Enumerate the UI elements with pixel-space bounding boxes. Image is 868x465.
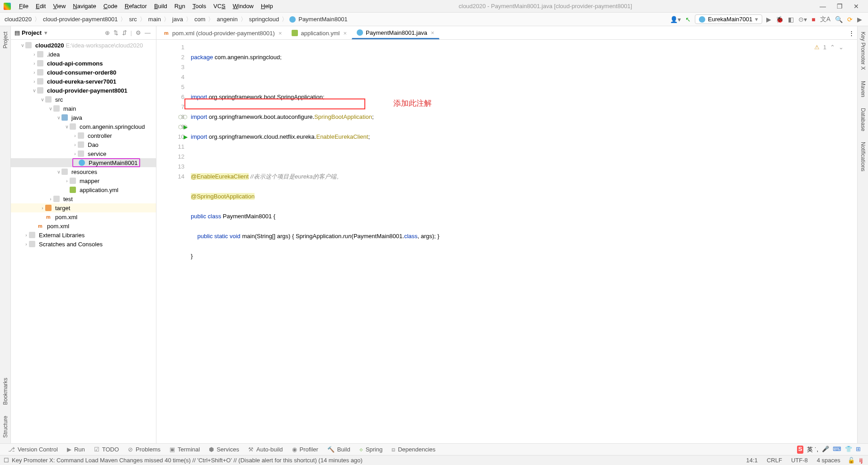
close-button[interactable]: ✕ <box>848 3 864 10</box>
menu-file[interactable]: File <box>15 2 32 10</box>
tab-yml[interactable]: application.yml× <box>287 27 352 39</box>
menu-run[interactable]: Run <box>171 2 189 10</box>
toolstrip-structure[interactable]: Structure <box>1 410 9 443</box>
grid-icon[interactable]: ⊞ <box>856 446 861 454</box>
tree-root[interactable]: v cloud2020 E:\idea-workspace\cloud2020 <box>11 41 156 50</box>
tree-item[interactable]: vmain <box>11 104 156 113</box>
tool-services[interactable]: ⬢Services <box>204 446 244 453</box>
tool-vcs[interactable]: ⎇Version Control <box>4 446 62 453</box>
tool-build[interactable]: 🔨Build <box>323 446 355 453</box>
tree-item[interactable]: ›controller <box>11 131 156 140</box>
toolstrip-maven[interactable]: Maven <box>859 75 867 103</box>
kbd-icon[interactable]: ⌨ <box>833 446 841 454</box>
tool-autobuild[interactable]: ⚒Auto-build <box>244 446 288 453</box>
menu-refactor[interactable]: Refactor <box>121 2 151 10</box>
caret-pos[interactable]: 14:1 <box>742 457 762 464</box>
tree-item[interactable]: ›cloud-api-commons <box>11 59 156 68</box>
ime-icon[interactable]: S <box>797 446 804 454</box>
tree-item[interactable]: ›Dao <box>11 140 156 149</box>
breadcrumb[interactable]: cloud2020〉 cloud-provider-payment8001〉 s… <box>4 15 349 23</box>
maximize-button[interactable]: ❐ <box>831 3 848 10</box>
toolstrip-database[interactable]: Database <box>859 103 867 136</box>
coverage-button[interactable]: ◧ <box>786 16 796 23</box>
stop-button[interactable]: ■ <box>809 16 817 23</box>
tree-item[interactable]: ›cloud-consumer-order80 <box>11 68 156 77</box>
locate-icon[interactable]: ⊕ <box>103 29 112 36</box>
menu-vcs[interactable]: VCS <box>210 2 229 10</box>
tree-item[interactable]: mpom.xml <box>11 221 156 230</box>
user-icon[interactable]: 👤▾ <box>668 16 683 23</box>
tool-spring[interactable]: ⟐Spring <box>355 446 387 453</box>
back-icon[interactable]: ↖ <box>683 16 693 23</box>
crumb-6[interactable]: angenin <box>216 16 238 23</box>
menu-navigate[interactable]: Navigate <box>69 2 99 10</box>
charset[interactable]: UTF-8 <box>787 457 812 464</box>
translate-icon[interactable]: 文A <box>818 15 833 23</box>
tree-item[interactable]: ›target <box>11 203 156 212</box>
lock-icon[interactable]: 🔓 <box>845 457 858 464</box>
tab-java[interactable]: PaymentMain8001.java× <box>352 27 439 39</box>
run-config-select[interactable]: EurekaMain7001 ▾ <box>695 14 762 24</box>
brand-icon[interactable]: ij <box>858 457 864 464</box>
crumb-0[interactable]: cloud2020 <box>4 16 33 23</box>
crumb-8[interactable]: PaymentMain8001 <box>297 16 348 23</box>
run2-icon[interactable]: ▶ <box>855 16 864 23</box>
code-content[interactable]: package com.angenin.springcloud; import … <box>189 40 857 443</box>
menu-code[interactable]: Code <box>100 2 121 10</box>
tree-item[interactable]: vjava <box>11 113 156 122</box>
tree-item[interactable]: ›mapper <box>11 176 156 185</box>
close-icon[interactable]: × <box>343 30 347 37</box>
crumb-1[interactable]: cloud-provider-payment8001 <box>42 16 118 23</box>
tab-more-icon[interactable]: ⋮ <box>846 27 857 39</box>
run-button[interactable]: ▶ <box>764 16 774 23</box>
crumb-3[interactable]: main <box>147 16 162 23</box>
profile-button[interactable]: ⊙▾ <box>796 16 809 23</box>
menu-edit[interactable]: Edit <box>32 2 49 10</box>
minimize-button[interactable]: — <box>814 3 831 10</box>
menu-window[interactable]: Window <box>229 2 257 10</box>
collapse-icon[interactable]: ⇵ <box>120 29 129 36</box>
tool-todo[interactable]: ☑TODO <box>90 446 123 453</box>
menu-help[interactable]: Help <box>257 2 277 10</box>
tree-item[interactable]: ›.idea <box>11 50 156 59</box>
tool-deps[interactable]: ⧈Dependencies <box>387 446 440 453</box>
tool-terminal[interactable]: ▣Terminal <box>165 446 204 453</box>
toolstrip-notifications[interactable]: Notifications <box>859 136 867 177</box>
expand-icon[interactable]: ⇅ <box>112 29 120 36</box>
settings-icon[interactable]: ⚙ <box>134 29 143 36</box>
mic-icon[interactable]: 🎤 <box>822 446 829 454</box>
tree-item[interactable]: vresources <box>11 167 156 176</box>
crumb-4[interactable]: java <box>171 16 184 23</box>
lang-badge[interactable]: 英 ˙, <box>807 446 818 454</box>
tree-item[interactable]: vsrc <box>11 95 156 104</box>
indent[interactable]: 4 spaces <box>812 457 845 464</box>
tab-pom[interactable]: mpom.xml (cloud-provider-payment8001)× <box>158 27 287 39</box>
tree-item[interactable]: PaymentMain8001 <box>11 158 156 167</box>
close-icon[interactable]: × <box>278 30 282 37</box>
menu-view[interactable]: View <box>49 2 69 10</box>
toolstrip-keypromoter[interactable]: Key Promoter X <box>859 26 867 75</box>
hide-icon[interactable]: — <box>143 29 152 36</box>
sync-icon[interactable]: ⟳ <box>845 16 855 23</box>
close-icon[interactable]: × <box>431 29 434 36</box>
toolstrip-project[interactable]: Project <box>1 26 9 54</box>
tree-item[interactable]: ›cloud-eureka-server7001 <box>11 77 156 86</box>
menu-tools[interactable]: Tools <box>189 2 210 10</box>
shirt-icon[interactable]: 👕 <box>845 446 852 454</box>
tool-run[interactable]: ▶Run <box>62 446 90 453</box>
tool-profiler[interactable]: ◉Profiler <box>288 446 323 453</box>
tree-item[interactable]: vcom.angenin.springcloud <box>11 122 156 131</box>
tree-item[interactable]: ›service <box>11 149 156 158</box>
tree-item[interactable]: ›test <box>11 194 156 203</box>
tree-item[interactable]: mpom.xml <box>11 212 156 221</box>
toolstrip-bookmarks[interactable]: Bookmarks <box>1 372 9 410</box>
tool-problems[interactable]: ⊘Problems <box>123 446 165 453</box>
code-area[interactable]: 1234567 891011121314 ⬡⬡ ▶ ⬡⬡ ▶ package c… <box>156 40 857 443</box>
project-tree[interactable]: v cloud2020 E:\idea-workspace\cloud2020 … <box>11 40 156 443</box>
crumb-7[interactable]: springcloud <box>248 16 280 23</box>
search-icon[interactable]: 🔍 <box>833 16 845 23</box>
tree-item[interactable]: ›External Libraries <box>11 230 156 240</box>
debug-button[interactable]: 🐞 <box>774 16 786 23</box>
tree-item[interactable]: vcloud-provider-payment8001 <box>11 86 156 95</box>
crumb-5[interactable]: com <box>193 16 207 23</box>
